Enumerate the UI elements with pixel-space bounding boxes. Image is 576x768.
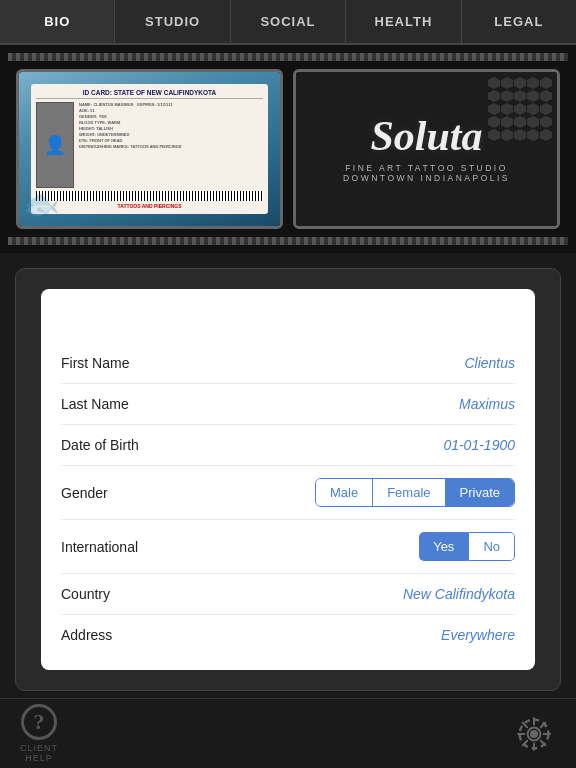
bio-form-inner: BIO: Tell us about you. First Name Clien… — [41, 289, 535, 670]
studio-card-panel: Soluta Fine Art Tattoo Studio Downtown I… — [293, 69, 560, 229]
international-yes-button[interactable]: Yes — [419, 532, 468, 561]
id-document: ID CARD: STATE OF NEW CALIFINDYKOTA 👤 NA… — [31, 84, 268, 214]
gender-button-group: Male Female Private — [315, 478, 515, 507]
question-mark-icon: ? — [21, 704, 57, 740]
country-row: Country New Califindykota — [61, 574, 515, 615]
international-row: International Yes No — [61, 520, 515, 574]
gender-male-button[interactable]: Male — [316, 479, 373, 506]
international-button-group: Yes No — [419, 532, 515, 561]
gender-female-button[interactable]: Female — [373, 479, 445, 506]
first-name-value[interactable]: Clientus — [464, 355, 515, 371]
first-name-row: First Name Clientus — [61, 343, 515, 384]
gender-private-button[interactable]: Private — [446, 479, 514, 506]
banner-area: ID CARD: STATE OF NEW CALIFINDYKOTA 👤 NA… — [0, 45, 576, 253]
bio-form-container: BIO: Tell us about you. First Name Clien… — [15, 268, 561, 691]
fish-decoration: 🐟 — [22, 186, 59, 221]
id-barcode — [36, 191, 263, 201]
first-name-label: First Name — [61, 355, 464, 371]
id-card-title: ID CARD: STATE OF NEW CALIFINDYKOTA — [36, 89, 263, 99]
id-gender-line: GENDER: YES — [79, 114, 263, 119]
last-name-label: Last Name — [61, 396, 459, 412]
address-label: Address — [61, 627, 441, 643]
nav-social[interactable]: SOCIAL — [231, 0, 346, 43]
id-card-background: ID CARD: STATE OF NEW CALIFINDYKOTA 👤 NA… — [19, 72, 280, 226]
address-row: Address Everywhere — [61, 615, 515, 655]
settings-button[interactable] — [512, 712, 556, 756]
dob-label: Date of Birth — [61, 437, 443, 453]
id-marks-line: DISTINGUISHING MARKS: TATTOOS AND PIERCI… — [79, 144, 263, 149]
gender-label: Gender — [61, 485, 315, 501]
id-card-panel: ID CARD: STATE OF NEW CALIFINDYKOTA 👤 NA… — [16, 69, 283, 229]
dob-value[interactable]: 01-01-1900 — [443, 437, 515, 453]
international-no-button[interactable]: No — [468, 532, 515, 561]
id-footer: TATTOOS AND PIERCINGS — [36, 203, 263, 209]
studio-background: Soluta Fine Art Tattoo Studio Downtown I… — [296, 72, 557, 226]
country-value[interactable]: New Califindykota — [403, 586, 515, 602]
country-label: Country — [61, 586, 403, 602]
help-label: CLIENTHELP — [20, 743, 58, 763]
nav-legal[interactable]: LEGAL — [462, 0, 576, 43]
client-help-button[interactable]: ? CLIENTHELP — [20, 704, 58, 763]
nav-health[interactable]: HEALTH — [346, 0, 461, 43]
studio-subtitle: Fine Art Tattoo Studio Downtown Indianap… — [343, 163, 510, 183]
id-age-line: AGE: 51 — [79, 108, 263, 113]
bottom-bar: ? CLIENTHELP — [0, 698, 576, 768]
navigation-bar: BIO STUDIO SOCIAL HEALTH LEGAL — [0, 0, 576, 45]
nav-studio[interactable]: STUDIO — [115, 0, 230, 43]
gear-icon — [514, 714, 554, 754]
dob-row: Date of Birth 01-01-1900 — [61, 425, 515, 466]
banner-top-border — [8, 53, 568, 61]
id-weight-line: WEIGHT: UNDETERMINED — [79, 132, 263, 137]
nav-bio[interactable]: BIO — [0, 0, 115, 43]
studio-logo: Soluta — [370, 115, 482, 157]
id-blood-line: BLOOD TYPE: WARM — [79, 120, 263, 125]
id-card-content: 👤 NAME: CLIENTUS MAXIMUS EXPIRES: 1/1/11… — [36, 102, 263, 188]
id-name-line: NAME: CLIENTUS MAXIMUS EXPIRES: 1/1/1111 — [79, 102, 263, 107]
honeycomb-decoration — [488, 77, 552, 141]
last-name-value[interactable]: Maximus — [459, 396, 515, 412]
id-info-block: NAME: CLIENTUS MAXIMUS EXPIRES: 1/1/1111… — [79, 102, 263, 188]
last-name-row: Last Name Maximus — [61, 384, 515, 425]
svg-point-9 — [530, 730, 538, 738]
svg-line-5 — [523, 722, 528, 727]
id-height-line: HEIGHT: TALLISH — [79, 126, 263, 131]
gender-row: Gender Male Female Private — [61, 466, 515, 520]
banner-bottom-border — [8, 237, 568, 245]
id-eye-line: EYE: FRONT OF HEAD — [79, 138, 263, 143]
form-title: BIO: Tell us about you. — [61, 304, 515, 325]
address-value[interactable]: Everywhere — [441, 627, 515, 643]
international-label: International — [61, 539, 419, 555]
id-photo: 👤 — [36, 102, 74, 188]
